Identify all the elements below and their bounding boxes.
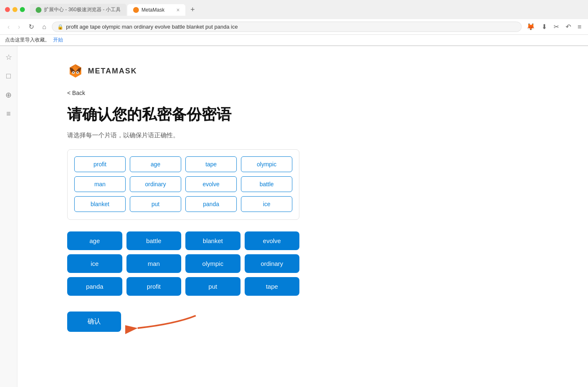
svg-point-8 <box>73 72 74 73</box>
answer-btn-man[interactable]: man <box>126 254 182 273</box>
word-selection-grid: profitagetapeolympicmanordinaryevolvebat… <box>74 156 292 212</box>
back-nav-button[interactable]: ‹ <box>5 22 12 32</box>
page-subtitle: 请选择每一个片语，以确保片语正确性。 <box>67 131 588 139</box>
home-button[interactable]: ⌂ <box>40 22 49 32</box>
traffic-lights <box>5 7 25 12</box>
answer-btn-battle[interactable]: battle <box>126 231 182 250</box>
download-icon[interactable]: ⬇ <box>540 22 549 32</box>
sidebar-doc-icon[interactable]: ≡ <box>5 108 12 120</box>
history-icon[interactable]: ↶ <box>564 22 573 32</box>
answer-btn-age[interactable]: age <box>67 231 122 250</box>
answer-btn-blanket[interactable]: blanket <box>185 231 241 250</box>
metamask-brand-text: METAMASK <box>88 67 137 75</box>
tab-label-metamask: MetaMask <box>141 7 164 13</box>
answer-section: agebattleblanketevolveicemanolympicordin… <box>67 231 588 296</box>
menu-icon[interactable]: ≡ <box>576 22 583 32</box>
svg-point-9 <box>77 72 78 73</box>
arrow-right-annotation <box>571 219 588 269</box>
app-layout: ☆ □ ⊕ ≡ METAMASK < Back 请确认您的私密备 <box>0 46 588 387</box>
confirm-section: 确认 <box>67 312 121 332</box>
sidebar: ☆ □ ⊕ ≡ <box>0 46 17 387</box>
maximize-button[interactable] <box>20 7 25 12</box>
minimize-button[interactable] <box>12 7 17 12</box>
tab-label-extensions: 扩展中心 - 360极速浏览器 - 小工具 <box>44 6 121 13</box>
tab-icon-metamask <box>133 7 139 13</box>
confirm-button[interactable]: 确认 <box>67 312 121 332</box>
browser-chrome: 扩展中心 - 360极速浏览器 - 小工具 MetaMask × + ‹ › ↻… <box>0 0 588 46</box>
metamask-extension-icon[interactable]: 🦊 <box>525 22 537 32</box>
answer-btn-olympic[interactable]: olympic <box>185 254 241 273</box>
word-chip-profit[interactable]: profit <box>74 156 126 172</box>
close-button[interactable] <box>5 7 10 12</box>
answer-btn-put[interactable]: put <box>185 277 241 296</box>
word-chip-put[interactable]: put <box>130 196 181 212</box>
word-chip-ice[interactable]: ice <box>241 196 292 212</box>
answer-btn-tape[interactable]: tape <box>245 277 300 296</box>
metamask-logo: METAMASK <box>67 63 588 79</box>
word-chip-ordinary[interactable]: ordinary <box>130 176 181 192</box>
word-selection-grid-container: profitagetapeolympicmanordinaryevolvebat… <box>67 149 299 220</box>
fox-svg-icon <box>67 63 84 79</box>
tab-metamask[interactable]: MetaMask × <box>127 4 185 16</box>
back-link[interactable]: < Back <box>67 90 85 96</box>
word-chip-blanket[interactable]: blanket <box>74 196 126 212</box>
bookmark-link[interactable]: 开始 <box>53 37 63 44</box>
refresh-button[interactable]: ↻ <box>26 22 36 32</box>
word-chip-battle[interactable]: battle <box>241 176 292 192</box>
main-content: METAMASK < Back 请确认您的私密备份密语 请选择每一个片语，以确保… <box>17 46 588 387</box>
nav-actions: 🦊 ⬇ ✂ ↶ ≡ <box>525 22 583 32</box>
scissors-icon[interactable]: ✂ <box>552 22 561 32</box>
nav-bar: ‹ › ↻ ⌂ 🔒 profit age tape olympic man or… <box>0 19 588 35</box>
title-bar: 扩展中心 - 360极速浏览器 - 小工具 MetaMask × + <box>0 0 588 19</box>
word-chip-man[interactable]: man <box>74 176 126 192</box>
sidebar-grid-icon[interactable]: ⊕ <box>4 89 13 101</box>
lock-icon: 🔒 <box>57 24 63 30</box>
word-chip-age[interactable]: age <box>130 156 181 172</box>
answer-btn-ordinary[interactable]: ordinary <box>245 254 300 273</box>
word-chip-panda[interactable]: panda <box>185 196 237 212</box>
address-text: profit age tape olympic man ordinary evo… <box>66 24 238 30</box>
forward-nav-button[interactable]: › <box>15 22 22 32</box>
sidebar-star-icon[interactable]: ☆ <box>4 51 14 63</box>
word-chip-tape[interactable]: tape <box>185 156 237 172</box>
sidebar-book-icon[interactable]: □ <box>5 70 12 82</box>
arrow-left-annotation <box>125 312 200 341</box>
answer-grid: agebattleblanketevolveicemanolympicordin… <box>67 231 299 296</box>
tab-extensions[interactable]: 扩展中心 - 360极速浏览器 - 小工具 <box>30 4 126 16</box>
answer-btn-panda[interactable]: panda <box>67 277 122 296</box>
page-title: 请确认您的私密备份密语 <box>67 105 588 125</box>
tab-close-icon[interactable]: × <box>176 7 180 13</box>
answer-btn-ice[interactable]: ice <box>67 254 122 273</box>
address-bar[interactable]: 🔒 profit age tape olympic man ordinary e… <box>52 22 521 32</box>
tabs-bar: 扩展中心 - 360极速浏览器 - 小工具 MetaMask × + <box>30 3 583 16</box>
bookmark-text: 点击这里导入收藏。 <box>5 37 50 44</box>
word-chip-evolve[interactable]: evolve <box>185 176 237 192</box>
answer-btn-evolve[interactable]: evolve <box>245 231 300 250</box>
word-chip-olympic[interactable]: olympic <box>241 156 292 172</box>
new-tab-button[interactable]: + <box>186 3 199 16</box>
answer-btn-profit[interactable]: profit <box>126 277 182 296</box>
tab-icon-extensions <box>36 7 41 13</box>
bookmark-bar: 点击这里导入收藏。 开始 <box>0 35 588 46</box>
